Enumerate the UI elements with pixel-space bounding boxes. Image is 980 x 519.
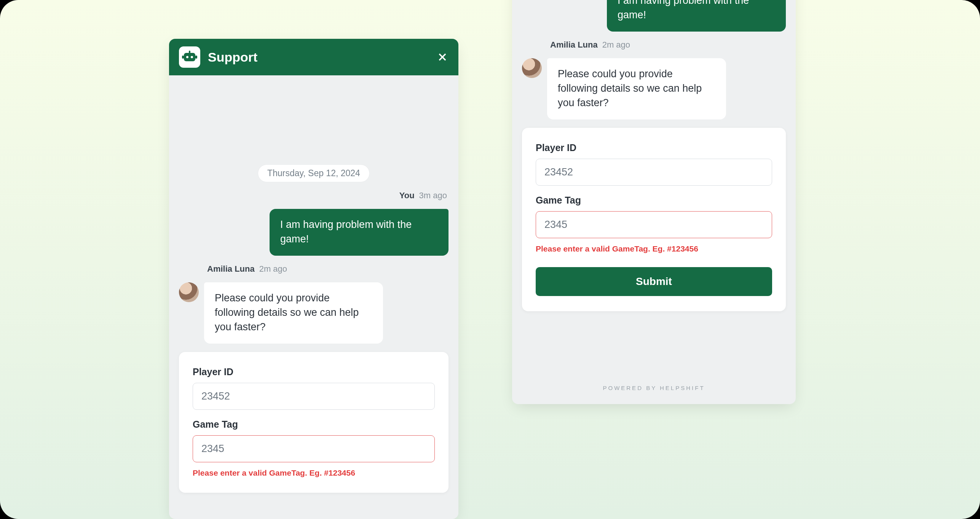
details-form-card: Player ID Game Tag Please enter a valid … xyxy=(522,128,786,311)
agent-avatar xyxy=(179,282,199,302)
support-chat-window-right: You 3m ago I am having problem with the … xyxy=(512,0,796,404)
powered-by: Powered by Helpshift xyxy=(512,376,796,404)
svg-rect-1 xyxy=(189,51,190,54)
game-tag-input[interactable] xyxy=(536,211,772,238)
details-form-card: Player ID Game Tag Please enter a valid … xyxy=(179,352,449,493)
chat-header: Support xyxy=(169,39,458,75)
agent-avatar xyxy=(522,58,542,78)
support-chat-window-left: Support Thursday, Sep 12, 2024 You 3m ag… xyxy=(169,39,458,519)
agent-name: Amilia Luna xyxy=(550,40,598,50)
svg-rect-3 xyxy=(195,56,197,59)
agent-message-bubble: Please could you provide following detai… xyxy=(547,58,726,119)
user-message-bubble: I am having problem with the game! xyxy=(607,0,786,32)
agent-message-meta: Amilia Luna 2m ago xyxy=(522,40,786,50)
svg-rect-2 xyxy=(182,56,184,59)
game-tag-label: Game Tag xyxy=(536,195,772,206)
user-timestamp: 3m ago xyxy=(419,191,447,201)
user-label: You xyxy=(399,191,415,201)
date-pill: Thursday, Sep 12, 2024 xyxy=(258,164,370,182)
chat-title: Support xyxy=(208,50,429,65)
player-id-input[interactable] xyxy=(193,383,435,410)
game-tag-input[interactable] xyxy=(193,435,435,462)
agent-timestamp: 2m ago xyxy=(602,40,630,50)
svg-rect-0 xyxy=(184,53,195,61)
user-message-meta: You 3m ago xyxy=(179,191,449,201)
agent-message-bubble: Please could you provide following detai… xyxy=(204,282,383,344)
game-tag-label: Game Tag xyxy=(193,419,435,430)
user-message-bubble: I am having problem with the game! xyxy=(270,209,449,256)
svg-point-4 xyxy=(186,56,188,58)
submit-button[interactable]: Submit xyxy=(536,267,772,296)
bot-icon xyxy=(179,46,200,68)
agent-timestamp: 2m ago xyxy=(259,264,287,274)
close-button[interactable] xyxy=(436,51,449,63)
agent-message-meta: Amilia Luna 2m ago xyxy=(179,264,449,274)
game-tag-error: Please enter a valid GameTag. Eg. #12345… xyxy=(536,244,772,253)
player-id-label: Player ID xyxy=(193,366,435,377)
player-id-input[interactable] xyxy=(536,159,772,186)
svg-point-5 xyxy=(191,56,193,58)
game-tag-error: Please enter a valid GameTag. Eg. #12345… xyxy=(193,468,435,478)
agent-name: Amilia Luna xyxy=(207,264,255,274)
player-id-label: Player ID xyxy=(536,142,772,153)
